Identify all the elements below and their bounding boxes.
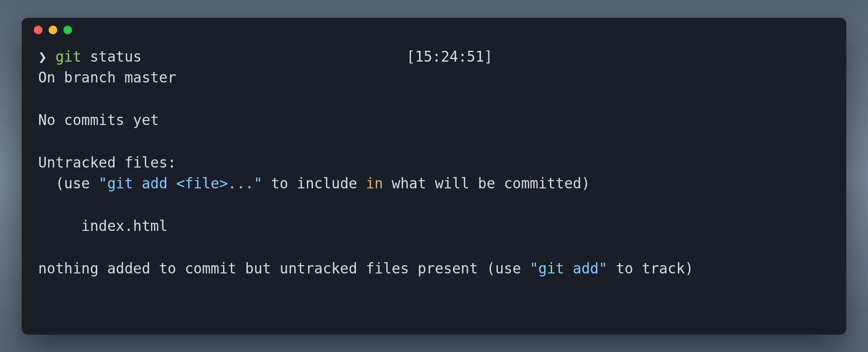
hint-keyword-in: in <box>366 175 383 192</box>
close-window-button[interactable] <box>34 26 43 34</box>
summary-suffix: to track) <box>607 260 694 277</box>
branch-line: On branch master <box>38 69 176 86</box>
hint-mid1: to include <box>263 175 366 192</box>
untracked-file: index.html <box>38 217 168 234</box>
maximize-window-button[interactable] <box>63 26 72 34</box>
no-commits-line: No commits yet <box>38 112 159 128</box>
terminal-output[interactable]: ❯ git status[15:24:51]On branch master N… <box>22 42 846 335</box>
minimize-window-button[interactable] <box>49 26 57 34</box>
hint-prefix: (use <box>38 175 99 192</box>
prompt-line: ❯ git status[15:24:51] <box>38 46 830 68</box>
terminal-window: ❯ git status[15:24:51]On branch master N… <box>22 18 846 335</box>
window-titlebar <box>22 18 846 42</box>
command-git: git <box>56 48 82 65</box>
hint-mid2: what will be committed) <box>383 175 590 192</box>
command-args: status <box>81 48 141 65</box>
summary-prefix: nothing added to commit but untracked fi… <box>38 260 529 277</box>
hint-command: "git add <file>..." <box>99 175 263 192</box>
summary-command: "git add" <box>529 260 607 277</box>
timestamp: [15:24:51] <box>406 46 493 68</box>
untracked-header: Untracked files: <box>38 154 176 171</box>
prompt-symbol: ❯ <box>38 48 47 65</box>
